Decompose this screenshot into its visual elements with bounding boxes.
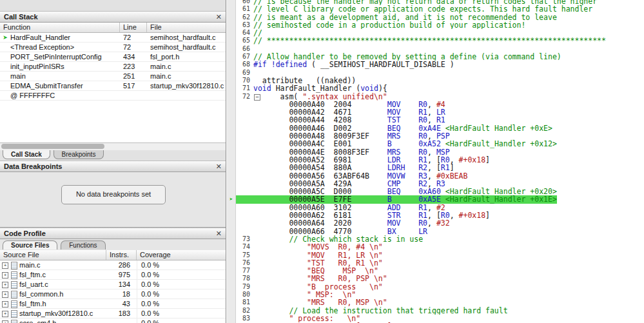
code-line[interactable]: 00000A52 6981 LDR R1, [R0, #+0x18] — [227, 156, 644, 164]
code-line[interactable]: 64// — [227, 29, 644, 37]
code-line[interactable]: 60// is because the handler may not retu… — [227, 0, 644, 5]
code-line[interactable]: 70__attribute__ ((naked)) — [227, 77, 644, 84]
code-line[interactable]: 00000A54 880A LDRH R2, [R1] — [227, 164, 644, 171]
code-line[interactable]: 82 // Load the instruction that triggere… — [227, 307, 644, 315]
code-line[interactable]: 72− __asm( ".syntax unified\n" — [227, 93, 644, 101]
gutter-cell[interactable] — [227, 116, 236, 124]
call-stack-row[interactable]: @ FFFFFFFC — [0, 91, 226, 101]
gutter-cell[interactable] — [227, 180, 236, 188]
code-line[interactable]: 00000A5C D000 BEQ 0xA60 <HardFault_Handl… — [227, 188, 644, 195]
code-line[interactable]: 67// Allow handler to be removed by sett… — [227, 53, 644, 61]
expand-icon[interactable]: + — [2, 272, 8, 279]
call-stack-row[interactable]: EDMA_SubmitTransfer517startup_mkv30f1281… — [0, 81, 226, 91]
gutter-cell[interactable] — [227, 77, 236, 84]
profile-row[interactable]: +fsl_ftm.c9750.0 % — [0, 270, 226, 280]
expand-icon[interactable]: + — [2, 311, 8, 317]
expand-icon[interactable]: + — [2, 291, 8, 298]
code-line[interactable]: 75 "MOV R1, LR \n" — [227, 251, 644, 259]
gutter-cell[interactable] — [227, 211, 236, 219]
code-line[interactable]: 00000A40 2004 MOV R0, #4 — [227, 101, 644, 108]
gutter-cell[interactable] — [227, 14, 236, 21]
code-line[interactable]: 76 "TST R0, R1 \n" — [227, 259, 644, 267]
code-line[interactable]: 79 "B _process \n" — [227, 283, 644, 291]
profile-row[interactable]: +fsl_uart.c1340.0 % — [0, 280, 226, 289]
profile-row[interactable]: +fsl_ftm.h430.0 % — [0, 299, 226, 309]
code-line[interactable]: 00000A4E 8008F3EF MRS R0, MSP — [227, 148, 644, 156]
gutter-cell[interactable] — [227, 315, 236, 322]
gutter-cell[interactable] — [227, 291, 236, 299]
close-icon[interactable]: ✕ — [216, 162, 222, 171]
gutter-cell[interactable] — [227, 140, 236, 148]
tab-source-files[interactable]: Source Files — [3, 240, 57, 250]
gutter-cell[interactable] — [227, 307, 236, 315]
gutter-cell[interactable] — [227, 84, 236, 92]
call-stack-row[interactable]: <Thread Exception>72semihost_hardfault.c — [0, 43, 226, 52]
gutter-cell[interactable] — [227, 21, 236, 29]
code-line[interactable]: 78 "MRS R0, PSP \n" — [227, 275, 644, 282]
gutter-cell[interactable] — [227, 156, 236, 164]
gutter-cell[interactable] — [227, 219, 236, 227]
close-icon[interactable]: ✕ — [216, 230, 222, 238]
gutter-cell[interactable] — [227, 235, 236, 243]
gutter-cell[interactable] — [227, 243, 236, 251]
gutter-cell[interactable] — [227, 259, 236, 267]
code-line[interactable]: 62// is meant as a development aid, and … — [227, 14, 644, 21]
gutter-cell[interactable] — [227, 275, 236, 282]
gutter-cell[interactable] — [227, 188, 236, 195]
code-line[interactable]: 00000A64 2020 MOV R0, #32 — [227, 219, 644, 227]
expand-icon[interactable]: + — [2, 282, 8, 288]
expand-icon[interactable]: + — [2, 301, 8, 308]
gutter-cell[interactable] — [227, 61, 236, 68]
code-line[interactable]: 71void HardFault_Handler (void){ — [227, 84, 644, 92]
close-icon[interactable]: ✕ — [216, 13, 222, 21]
code-line[interactable]: 00000A48 8009F3EF MRS R0, PSP — [227, 132, 644, 140]
column-header-source-file[interactable]: Source File — [0, 250, 106, 260]
code-line[interactable]: 00000A46 D002 BEQ 0xA4E <HardFault_Handl… — [227, 124, 644, 132]
code-line[interactable]: 00000A60 3102 ADD R1, #2 — [227, 204, 644, 211]
gutter-cell[interactable] — [227, 5, 236, 13]
gutter-cell[interactable] — [227, 108, 236, 116]
code-line[interactable]: 77 "BEQ _MSP \n" — [227, 267, 644, 275]
gutter-cell[interactable] — [227, 267, 236, 275]
code-line[interactable]: 00000A66 4770 BX LR — [227, 228, 644, 235]
profile-row[interactable]: +fsl_common.h180.0 % — [0, 289, 226, 299]
column-header-line[interactable]: Line — [120, 23, 147, 32]
scrollbar-thumb[interactable] — [1, 144, 104, 149]
expand-icon[interactable]: + — [2, 320, 8, 323]
call-stack-row[interactable]: PORT_SetPinInterruptConfig434fsl_port.h — [0, 52, 226, 62]
gutter-cell[interactable] — [227, 124, 236, 132]
call-stack-row[interactable]: main251main.c — [0, 72, 226, 81]
tab-call-stack[interactable]: Call Stack — [3, 150, 50, 159]
code-line[interactable]: 68#if !defined ( __SEMIHOST_HARDFAULT_DI… — [227, 61, 644, 68]
profile-row[interactable]: +main.c2860.0 % — [0, 260, 226, 270]
column-header-coverage[interactable]: Coverage — [137, 250, 226, 260]
tab-breakpoints[interactable]: Breakpoints — [54, 150, 104, 159]
gutter-cell[interactable] — [227, 148, 236, 156]
gutter-cell[interactable] — [227, 101, 236, 108]
code-line[interactable]: 74 "MOVS R0, #4 \n" — [227, 243, 644, 251]
gutter-cell[interactable] — [227, 132, 236, 140]
gutter-cell[interactable] — [227, 204, 236, 211]
column-header-file[interactable]: File — [147, 23, 226, 32]
code-line[interactable]: 00000A44 4208 TST R0, R1 — [227, 116, 644, 124]
column-header-function[interactable]: Function — [0, 23, 120, 32]
gutter-cell[interactable] — [227, 37, 236, 44]
code-line[interactable]: 00000A56 63ABF64B MOVW R3, #0xBEAB — [227, 172, 644, 180]
gutter-cell[interactable] — [227, 283, 236, 291]
fold-collapse-icon[interactable]: − — [254, 94, 260, 101]
code-line[interactable]: 00000A4C E001 B 0xA52 <HardFault_Handler… — [227, 140, 644, 148]
code-line[interactable]: 61// level C library code or application… — [227, 5, 644, 13]
gutter-cell[interactable] — [227, 93, 236, 101]
call-stack-row[interactable]: init_inputPinISRs223main.c — [0, 62, 226, 72]
gutter-cell[interactable] — [227, 53, 236, 61]
code-line[interactable]: ➤ 00000A5E E7FE B 0xA5E <HardFault_Handl… — [227, 195, 644, 203]
code-line[interactable]: 73 // Check which stack is in use — [227, 235, 644, 243]
gutter-cell[interactable] — [227, 299, 236, 306]
code-line[interactable]: 81 "MRS R0, MSP \n" — [227, 299, 644, 306]
gutter-cell[interactable] — [227, 228, 236, 235]
code-line[interactable]: 65// ***********************************… — [227, 37, 644, 44]
code-line[interactable]: 80 "_MSP: \n" — [227, 291, 644, 299]
call-stack-horizontal-scrollbar[interactable] — [0, 142, 226, 150]
code-line[interactable]: 66 — [227, 45, 644, 53]
code-line[interactable]: 83 "_process: \n" — [227, 315, 644, 322]
